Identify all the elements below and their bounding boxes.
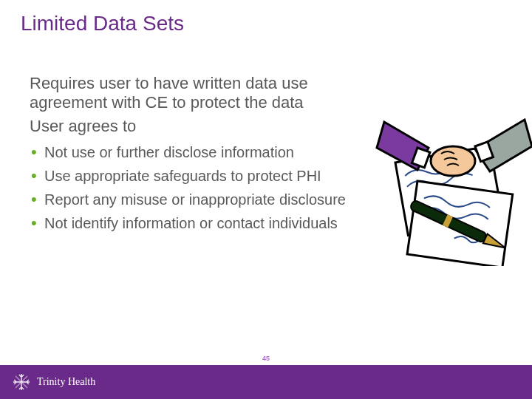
footer-brand: Trinity Health [0, 365, 532, 399]
brand-cross-icon [12, 372, 31, 392]
list-item: Report any misuse or inappropriate discl… [30, 191, 347, 208]
footer-bar: Trinity Health [0, 365, 532, 399]
slide: Limited Data Sets Requires user to have … [0, 0, 532, 399]
brand-name: Trinity Health [37, 376, 95, 388]
handshake-document-illustration [373, 111, 532, 266]
lead-paragraph-1: Requires user to have written data use a… [30, 74, 347, 112]
list-item: Use appropriate safeguards to protect PH… [30, 167, 347, 185]
list-item: Not identify information or contact indi… [30, 214, 347, 232]
page-number: 45 [0, 355, 532, 362]
bullet-list: Not use or further disclose information … [30, 143, 347, 232]
list-item: Not use or further disclose information [30, 143, 347, 161]
lead-paragraph-2: User agrees to [30, 117, 347, 136]
slide-title: Limited Data Sets [21, 12, 184, 35]
svg-point-7 [431, 146, 475, 176]
content-block: Requires user to have written data use a… [30, 74, 347, 238]
